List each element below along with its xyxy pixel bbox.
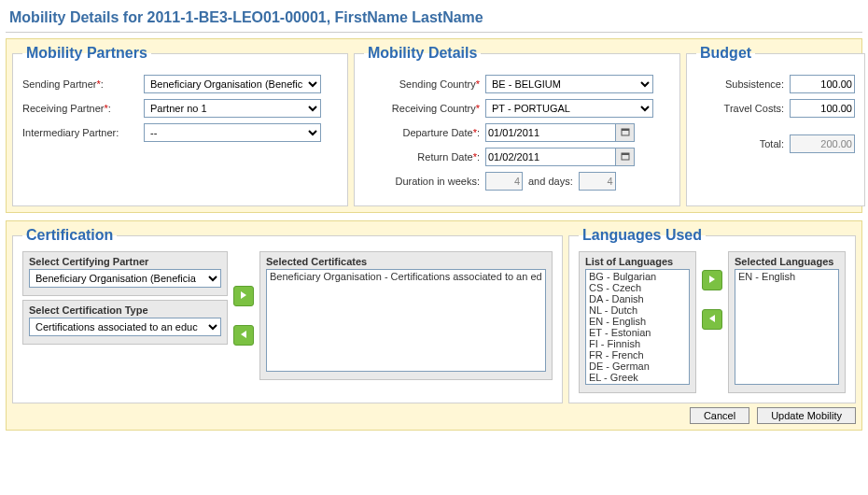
remove-certificate-button[interactable] (233, 325, 254, 346)
svg-rect-1 (622, 129, 629, 131)
partners-legend: Mobility Partners (22, 45, 151, 62)
list-item[interactable]: DA - Danish (587, 293, 688, 304)
travel-costs-input[interactable] (790, 99, 855, 118)
selected-certificates-list[interactable]: Beneficiary Organisation - Certification… (266, 269, 546, 372)
return-date-picker-button[interactable] (616, 148, 635, 166)
departure-date-input[interactable] (485, 123, 616, 142)
list-item[interactable]: EN - English (587, 316, 688, 327)
arrow-left-icon (707, 313, 718, 326)
list-item[interactable]: Beneficiary Organisation - Certification… (268, 271, 544, 282)
selected-languages-label: Selected Languages (735, 256, 839, 267)
bottom-panel: Certification Select Certifying Partner … (6, 220, 862, 431)
available-languages-label: List of Languages (585, 256, 690, 267)
certification-type-label: Select Certification Type (29, 304, 221, 316)
intermediary-partner-select[interactable]: -- (144, 123, 321, 142)
certifying-partner-block: Select Certifying Partner Beneficiary Or… (22, 251, 228, 296)
available-languages-block: List of Languages BG - BulgarianCS - Cze… (579, 251, 696, 393)
cancel-button[interactable]: Cancel (690, 407, 749, 424)
certification-type-select[interactable]: Certifications associated to an educ (29, 318, 221, 336)
selected-languages-block: Selected Languages EN - English (728, 251, 846, 393)
receiving-partner-select[interactable]: Partner no 1 (144, 99, 321, 118)
certification-type-block: Select Certification Type Certifications… (22, 300, 228, 345)
subsistence-input[interactable] (790, 75, 855, 93)
page-title: Mobility Details for 2011-1-BE3-LEO01-00… (6, 6, 862, 33)
details-legend: Mobility Details (364, 45, 481, 62)
sending-partner-select[interactable]: Beneficiary Organisation (Benefici (144, 75, 321, 93)
details-group: Mobility Details Sending Country* BE - B… (354, 45, 680, 206)
receiving-country-label: Receiving Country* (364, 103, 485, 114)
duration-days-label: and days: (523, 176, 579, 187)
subsistence-label: Subsistence: (696, 78, 790, 90)
receiving-partner-label: Receiving Partner*: (22, 103, 144, 114)
certification-group: Certification Select Certifying Partner … (12, 227, 563, 403)
list-item[interactable]: FI - Finnish (587, 338, 688, 349)
remove-language-button[interactable] (702, 309, 722, 330)
sending-partner-label: Sending Partner*: (22, 78, 144, 90)
arrow-right-icon (707, 274, 718, 287)
departure-date-label: Departure Date*: (364, 127, 485, 138)
return-date-label: Return Date*: (364, 151, 485, 163)
travel-costs-label: Travel Costs: (696, 103, 790, 114)
sending-country-select[interactable]: BE - BELGIUM (485, 75, 653, 93)
selected-certificates-label: Selected Certificates (266, 256, 546, 267)
certification-legend: Certification (22, 227, 117, 244)
budget-group: Budget Subsistence: Travel Costs: Total: (686, 45, 865, 206)
sending-country-label: Sending Country* (364, 78, 485, 90)
list-item[interactable]: NL - Dutch (587, 304, 688, 316)
return-date-input[interactable] (485, 148, 616, 166)
receiving-country-select[interactable]: PT - PORTUGAL (485, 99, 653, 118)
duration-weeks-input (485, 172, 523, 191)
calendar-icon (621, 151, 630, 163)
list-item[interactable]: EL - Greek (587, 372, 688, 383)
arrow-right-icon (238, 290, 249, 303)
footer-buttons: Cancel Update Mobility (12, 403, 856, 424)
arrow-left-icon (238, 329, 249, 342)
svg-rect-3 (622, 153, 629, 155)
selected-certificates-block: Selected Certificates Beneficiary Organi… (259, 251, 553, 380)
list-item[interactable]: ET - Estonian (587, 327, 688, 338)
list-item[interactable]: DE - German (587, 361, 688, 372)
list-item[interactable]: FR - French (587, 349, 688, 361)
update-mobility-button[interactable]: Update Mobility (757, 407, 856, 424)
selected-languages-list[interactable]: EN - English (735, 269, 839, 385)
total-input (790, 134, 855, 153)
languages-group: Languages Used List of Languages BG - Bu… (568, 227, 856, 403)
list-item[interactable]: CS - Czech (587, 282, 688, 293)
partners-group: Mobility Partners Sending Partner*: Bene… (12, 45, 348, 206)
certifying-partner-label: Select Certifying Partner (29, 256, 221, 267)
total-label: Total: (696, 138, 790, 149)
departure-date-picker-button[interactable] (616, 123, 635, 142)
duration-days-input (579, 172, 616, 191)
calendar-icon (621, 127, 630, 138)
available-languages-list[interactable]: BG - BulgarianCS - CzechDA - DanishNL - … (585, 269, 690, 385)
add-language-button[interactable] (702, 270, 722, 290)
certifying-partner-select[interactable]: Beneficiary Organisation (Beneficia (29, 269, 221, 288)
budget-legend: Budget (696, 45, 755, 62)
languages-legend: Languages Used (579, 227, 706, 244)
duration-weeks-label: Duration in weeks: (364, 176, 485, 187)
list-item[interactable]: EN - English (736, 271, 837, 282)
intermediary-partner-label: Intermediary Partner: (22, 127, 144, 138)
top-panel: Mobility Partners Sending Partner*: Bene… (6, 38, 862, 213)
list-item[interactable]: BG - Bulgarian (587, 271, 688, 282)
add-certificate-button[interactable] (233, 286, 254, 306)
